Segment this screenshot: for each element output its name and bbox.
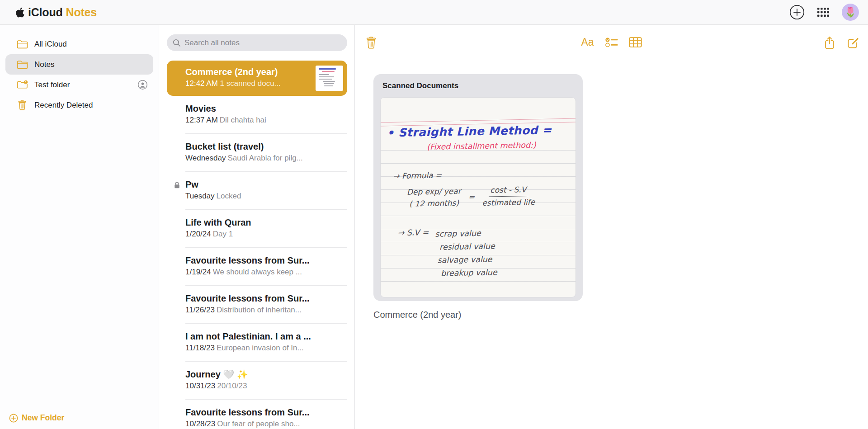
trash-icon — [16, 100, 28, 110]
shared-folder-icon — [16, 80, 28, 90]
note-title: Movies — [185, 103, 347, 114]
text-format-button[interactable]: Aa — [581, 36, 594, 48]
note-preview: Saudi Arabia for pilg... — [227, 154, 302, 162]
search-bar — [167, 34, 347, 51]
sidebar-item-label: Test folder — [34, 80, 70, 90]
top-bar-actions: 🌷 — [789, 4, 859, 21]
note-row[interactable]: Movies 12:37 AMDil chahta hai — [159, 96, 354, 134]
scan-frac-left-bottom: ( 12 months) — [409, 197, 459, 210]
note-title: Journey 🤍 ✨ — [185, 368, 347, 380]
note-actions — [824, 36, 859, 50]
note-row-selected[interactable]: Commerce (2nd year) 12:42 AM 1 scanned d… — [167, 61, 347, 96]
sidebar-item-label: All iCloud — [34, 40, 67, 49]
sidebar-item-label: Notes — [34, 60, 54, 69]
note-preview: 20/10/23 — [217, 382, 247, 390]
trash-icon — [366, 37, 377, 49]
plus-circle-icon — [9, 414, 18, 423]
brand: iCloud Notes — [15, 6, 97, 19]
new-folder-label: New Folder — [22, 413, 64, 423]
brand-icloud: iCloud — [28, 6, 63, 19]
note-preview: 1 scanned docu... — [220, 79, 281, 88]
compose-icon — [847, 37, 859, 49]
delete-note-button[interactable] — [366, 37, 377, 49]
note-title: Life with Quran — [185, 217, 347, 228]
note-title: Favourite lessons from Sur... — [185, 292, 347, 304]
note-date: Wednesday — [185, 154, 226, 162]
new-folder-button[interactable]: New Folder — [9, 413, 64, 423]
checklist-button[interactable] — [605, 37, 618, 48]
note-thumbnail — [316, 66, 343, 91]
scan-frac-right-top: cost - S.V — [488, 184, 528, 197]
scan-sv-value: residual value — [439, 240, 497, 254]
scan-sv-value: scrap value — [435, 226, 496, 240]
shared-participant-icon — [137, 80, 148, 90]
note-preview: European invasion of In... — [217, 344, 304, 352]
top-bar: iCloud Notes 🌷 — [0, 0, 868, 25]
note-row[interactable]: Pw TuesdayLocked — [159, 172, 354, 210]
note-title: Favourite lessons from Sur... — [185, 255, 347, 266]
search-input[interactable] — [184, 38, 341, 47]
note-title: I am not Palestinian. I am a ... — [185, 330, 347, 342]
sidebar-item-recently-deleted[interactable]: Recently Deleted — [5, 95, 153, 115]
note-title: Favourite lessons from Sur... — [185, 406, 347, 418]
note-date: 10/28/23 — [185, 420, 215, 428]
share-button[interactable] — [824, 36, 835, 50]
table-icon — [629, 37, 642, 47]
note-row[interactable]: Favourite lessons from Sur... 1/19/24We … — [159, 248, 354, 286]
note-row[interactable]: I am not Palestinian. I am a ... 11/18/2… — [159, 324, 354, 362]
sidebar-item-all-icloud[interactable]: All iCloud — [5, 34, 153, 54]
sidebar-item-test-folder[interactable]: Test folder — [5, 75, 153, 95]
note-toolbar: Aa — [355, 25, 868, 61]
avatar-emoji: 🌷 — [844, 7, 856, 18]
note-row[interactable]: Favourite lessons from Sur... 11/26/23Di… — [159, 286, 354, 324]
note-date: 11/18/23 — [185, 344, 215, 352]
note-date: 10/31/23 — [185, 382, 215, 390]
note-title-caption: Commerce (2nd year) — [373, 310, 462, 320]
checklist-icon — [605, 37, 618, 48]
note-row[interactable]: Bucket list (travel) WednesdaySaudi Arab… — [159, 134, 354, 172]
scanned-documents-title: Scanned Documents — [373, 74, 583, 90]
note-title: Pw — [185, 179, 347, 190]
new-note-button[interactable] — [847, 37, 859, 49]
note-preview: Dil chahta hai — [220, 116, 266, 124]
note-row[interactable]: Journey 🤍 ✨ 10/31/2320/10/23 — [159, 362, 354, 400]
notes-list-panel: Commerce (2nd year) 12:42 AM 1 scanned d… — [159, 25, 355, 429]
create-button[interactable] — [789, 5, 805, 20]
note-title: Bucket list (travel) — [185, 141, 347, 152]
note-preview: Locked — [217, 192, 241, 200]
sidebar-item-notes[interactable]: Notes — [5, 54, 153, 75]
note-row[interactable]: Favourite lessons from Sur... 10/28/23Ou… — [159, 400, 354, 429]
note-content-panel: Aa — [355, 25, 868, 429]
scan-sv-value: salvage value — [437, 253, 497, 267]
scan-sv-value: breakup value — [441, 266, 497, 280]
folder-icon — [16, 40, 28, 49]
scanned-documents-card: Scanned Documents • Straight Line Method… — [373, 74, 583, 301]
lock-icon — [174, 181, 180, 189]
note-preview: Distribution of inheritan... — [217, 306, 302, 314]
notes-rows: Movies 12:37 AMDil chahta hai Bucket lis… — [159, 96, 354, 429]
share-icon — [824, 36, 835, 50]
scan-sv-label: → S.V = — [397, 228, 429, 281]
scanned-document-image[interactable]: • Straight Line Method = (Fixed installm… — [381, 98, 576, 297]
note-row[interactable]: Life with Quran 1/20/24Day 1 — [159, 210, 354, 248]
scanned-handwriting: • Straight Line Method = (Fixed installm… — [381, 98, 576, 297]
plus-circle-icon — [789, 5, 805, 20]
app-grid-icon — [817, 8, 829, 17]
note-date: Tuesday — [185, 192, 215, 200]
note-preview: Our fear of people sho... — [217, 420, 300, 428]
note-preview: Day 1 — [213, 230, 233, 238]
note-preview: We should always keep ... — [213, 268, 302, 276]
scan-sv-block: → S.V = scrap value residual value salva… — [397, 226, 497, 281]
search-icon — [173, 39, 181, 47]
scan-line-title: • Straight Line Method = — [387, 123, 552, 139]
table-button[interactable] — [629, 37, 642, 47]
text-format-label: Aa — [581, 36, 594, 48]
note-date: 1/20/24 — [185, 230, 211, 238]
app-launcher-button[interactable] — [817, 8, 829, 17]
sidebar-item-label: Recently Deleted — [34, 101, 93, 110]
scan-line-formula: → Formula = — [393, 170, 442, 180]
account-avatar[interactable]: 🌷 — [842, 4, 859, 21]
scan-formula-fractions: Dep exp/ year ( 12 months) = cost - S.V … — [407, 184, 535, 210]
note-date: 12:37 AM — [185, 116, 218, 124]
scan-equals: = — [468, 192, 475, 201]
